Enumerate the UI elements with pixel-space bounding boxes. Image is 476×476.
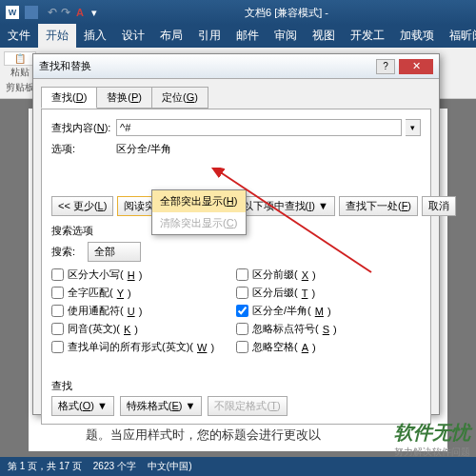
less-button[interactable]: << 更少(L) (51, 196, 113, 216)
find-dropdown-icon[interactable]: ▾ (406, 119, 421, 136)
ribbon-tabs: 文件 开始 插入 设计 布局 引用 邮件 审阅 视图 开发工 加载项 福昕阅 登… (0, 25, 476, 48)
chk-forms[interactable]: 查找单词的所有形式(英文)(W) (51, 340, 236, 354)
search-direction-select[interactable]: 全部 (88, 242, 141, 262)
chk-homophone[interactable]: 同音(英文)(K) (51, 322, 236, 336)
tab-find[interactable]: 查找(D) (41, 87, 97, 109)
popup-highlight-all[interactable]: 全部突出显示(H) (152, 190, 246, 212)
search-options-group: 搜索选项 搜索: 全部 区分大小写(H) 全字匹配(Y) 使用通配符(U) 同音… (51, 224, 421, 358)
paste-button[interactable]: 📋 (4, 51, 36, 66)
tab-home[interactable]: 开始 (38, 24, 76, 48)
chk-wildcard[interactable]: 使用通配符(U) (51, 304, 236, 318)
options-label: 选项: (51, 142, 112, 156)
tab-review[interactable]: 审阅 (267, 24, 305, 48)
find-input[interactable] (116, 119, 402, 136)
undo-icon[interactable]: ↶ (48, 6, 57, 19)
options-value: 区分全/半角 (116, 142, 171, 156)
tab-foxit[interactable]: 福昕阅 (442, 24, 476, 48)
bottom-buttons: 格式(O) ▼ 特殊格式(E) ▼ 不限定格式(T) (51, 396, 288, 416)
tab-goto[interactable]: 定位(G) (151, 87, 208, 109)
find-section-label: 查找 (51, 379, 72, 393)
dialog-tabs: 查找(D) 替换(P) 定位(G) (41, 87, 431, 109)
tab-developer[interactable]: 开发工 (343, 24, 392, 48)
find-content-label: 查找内容(N): (51, 121, 112, 135)
dialog-title: 查找和替换 (39, 59, 376, 73)
watermark-main: 软件无忧 (394, 420, 470, 446)
watermark: 软件无忧 努力解决软件问题 (394, 420, 470, 459)
tab-references[interactable]: 引用 (190, 24, 228, 48)
tab-layout[interactable]: 布局 (152, 24, 190, 48)
status-lang[interactable]: 中文(中国) (148, 460, 192, 473)
body-text: 题。当应用样式时，您的标题会进行更改以 (86, 426, 438, 444)
tab-file[interactable]: 文件 (0, 24, 38, 48)
noformat-button: 不限定格式(T) (208, 396, 287, 416)
special-button[interactable]: 特殊格式(E) ▼ (120, 396, 203, 416)
close-button[interactable]: ✕ (399, 59, 433, 74)
cancel-button[interactable]: 取消 (422, 196, 456, 216)
clipboard-icon: 📋 (14, 53, 26, 64)
redo-icon[interactable]: ↷ (61, 6, 70, 19)
letter-a-icon: A (76, 7, 84, 18)
dialog-titlebar[interactable]: 查找和替换 ? ✕ (33, 54, 439, 79)
status-bar: 第 1 页，共 17 页 2623 个字 中文(中国) (0, 457, 476, 476)
tab-insert[interactable]: 插入 (76, 24, 114, 48)
tab-design[interactable]: 设计 (114, 24, 152, 48)
save-icon[interactable] (25, 6, 38, 19)
highlight-popup: 全部突出显示(H) 清除突出显示(C) (151, 189, 247, 235)
tab-replace[interactable]: 替换(P) (96, 87, 152, 109)
clipboard-group: 📋 粘贴 剪贴板 (4, 51, 36, 94)
watermark-sub: 努力解决软件问题 (394, 446, 470, 459)
app-titlebar: W ↶ ↷ A ▾ 文档6 [兼容模式] - (0, 0, 476, 25)
search-label: 搜索: (51, 245, 84, 259)
dialog-panel: 查找内容(N): ▾ 选项: 区分全/半角 << 更少(L) 阅读突出显示(R)… (41, 109, 431, 425)
document-title: 文档6 [兼容模式] - (97, 6, 476, 20)
chk-space[interactable]: 忽略空格(A) (236, 340, 421, 354)
status-words[interactable]: 2623 个字 (93, 460, 136, 473)
format-button[interactable]: 格式(O) ▼ (51, 396, 114, 416)
status-page[interactable]: 第 1 页，共 17 页 (8, 460, 82, 473)
word-icon: W (6, 6, 19, 19)
tab-addins[interactable]: 加载项 (392, 24, 442, 48)
popup-clear-highlight: 清除突出显示(C) (152, 212, 246, 234)
tab-mailings[interactable]: 邮件 (228, 24, 267, 48)
find-next-button[interactable]: 查找下一处(F) (339, 196, 418, 216)
chk-case[interactable]: 区分大小写(H) (51, 268, 236, 282)
chk-punct[interactable]: 忽略标点符号(S) (236, 322, 421, 336)
find-replace-dialog: 查找和替换 ? ✕ 查找(D) 替换(P) 定位(G) 查找内容(N): ▾ 选… (32, 53, 440, 415)
chk-suffix[interactable]: 区分后缀(T) (236, 286, 421, 300)
tab-view[interactable]: 视图 (305, 24, 343, 48)
chk-prefix[interactable]: 区分前缀(X) (236, 268, 421, 282)
clipboard-label: 剪贴板 (6, 81, 34, 94)
chk-width[interactable]: 区分全/半角(M) (236, 304, 421, 318)
chk-whole[interactable]: 全字匹配(Y) (51, 286, 236, 300)
paste-label: 粘贴 (10, 66, 30, 79)
help-button[interactable]: ? (376, 59, 395, 74)
